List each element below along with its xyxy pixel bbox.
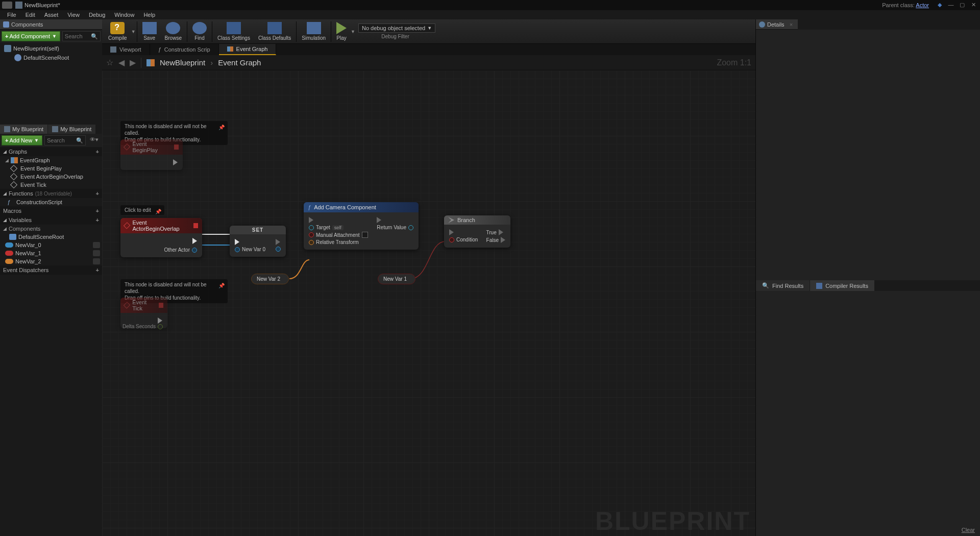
event-delegate-pin[interactable] xyxy=(193,223,198,228)
pin-icon[interactable]: 📌 xyxy=(218,124,225,131)
menu-window[interactable]: Window xyxy=(110,11,138,19)
variable-group-components[interactable]: ◢ Components xyxy=(0,225,102,233)
nav-forward-button[interactable]: ▶ xyxy=(130,58,136,67)
compile-button[interactable]: Compile xyxy=(104,20,131,43)
pin-newvar0-out[interactable] xyxy=(276,247,281,252)
menu-debug[interactable]: Debug xyxy=(85,11,109,19)
source-control-icon[interactable]: ◆ xyxy=(935,2,944,9)
section-graphs[interactable]: ◢ Graphs + xyxy=(0,147,102,156)
breadcrumb-parent[interactable]: NewBlueprint xyxy=(160,58,205,67)
visibility-toggle[interactable] xyxy=(93,242,100,248)
close-button[interactable]: ✕ xyxy=(969,2,978,9)
class-defaults-button[interactable]: Class Defaults xyxy=(254,20,295,43)
view-options-button[interactable]: 👁▾ xyxy=(88,135,101,145)
section-functions[interactable]: ◢ Functions (18 Overridable) + xyxy=(0,189,102,198)
components-tab[interactable]: Components xyxy=(0,19,102,30)
menu-edit[interactable]: Edit xyxy=(21,11,39,19)
graph-item-beginplay[interactable]: Event BeginPlay xyxy=(0,164,102,173)
event-delegate-pin[interactable] xyxy=(159,303,163,308)
exec-out-pin[interactable] xyxy=(192,238,197,244)
tab-construction-script[interactable]: ƒ Construction Scrip xyxy=(150,44,219,55)
node-event-beginplay[interactable]: Event BeginPlay xyxy=(120,139,183,170)
exec-in-pin[interactable] xyxy=(309,217,368,223)
pin-other-actor[interactable]: Other Actor xyxy=(164,247,197,253)
section-variables[interactable]: ◢ Variables + xyxy=(0,215,102,225)
menu-file[interactable]: File xyxy=(3,11,20,19)
graph-canvas[interactable]: This node is disabled and will not be ca… xyxy=(102,70,755,536)
add-macro-button[interactable]: + xyxy=(96,208,99,214)
pin-manual-attachment[interactable]: Manual Attachment xyxy=(309,232,368,238)
node-get-newvar1[interactable]: New Var 1 xyxy=(378,274,415,284)
parent-class-link[interactable]: Actor xyxy=(916,2,929,8)
tab-event-graph[interactable]: Event Graph xyxy=(219,44,277,55)
add-function-button[interactable]: + xyxy=(96,190,99,197)
myblueprint-search[interactable]: 🔍 xyxy=(44,135,86,145)
add-dispatcher-button[interactable]: + xyxy=(96,267,99,273)
variable-item-newvar0[interactable]: NewVar_0 xyxy=(0,241,102,249)
node-add-camera-component[interactable]: ƒ Add Camera Component Target self Ma xyxy=(304,202,419,250)
variable-item-scene-root[interactable]: DefaultSceneRoot xyxy=(0,233,102,241)
nav-back-button[interactable]: ◀ xyxy=(118,58,125,67)
section-macros[interactable]: Macros + xyxy=(0,206,102,215)
menu-asset[interactable]: Asset xyxy=(40,11,63,19)
component-item-self[interactable]: NewBlueprint(self) xyxy=(0,44,102,53)
details-tab[interactable]: Details × xyxy=(756,19,798,30)
browse-button[interactable]: Browse xyxy=(161,20,186,43)
pin-delta-seconds[interactable]: Delta Seconds xyxy=(122,324,163,329)
pin-false[interactable]: False xyxy=(486,237,505,243)
component-item-scene-root[interactable]: DefaultSceneRoot xyxy=(0,53,102,62)
exec-out-pin[interactable] xyxy=(377,217,413,223)
exec-in-pin[interactable] xyxy=(449,229,478,235)
tab-viewport[interactable]: Viewport xyxy=(102,44,150,55)
graph-item-eventgraph[interactable]: ◢ EventGraph xyxy=(0,156,102,164)
myblueprint-tab-2[interactable]: My Blueprint xyxy=(48,125,95,134)
function-item-construction[interactable]: ƒ ConstructionScript xyxy=(0,198,102,206)
play-dropdown[interactable]: ▼ xyxy=(351,29,355,34)
variable-item-newvar2[interactable]: NewVar_2 xyxy=(0,257,102,265)
node-branch[interactable]: Branch Condition True xyxy=(444,215,510,248)
clear-results-button[interactable]: Clear xyxy=(962,527,975,533)
add-graph-button[interactable]: + xyxy=(96,149,99,155)
pin-icon[interactable]: 📌 xyxy=(218,282,225,289)
favorite-button[interactable]: ☆ xyxy=(106,58,113,67)
pin-condition[interactable]: Condition xyxy=(449,237,478,242)
find-button[interactable]: Find xyxy=(188,20,211,43)
myblueprint-tab-1[interactable]: My Blueprint xyxy=(0,125,47,134)
maximize-button[interactable]: ▢ xyxy=(958,2,967,9)
visibility-toggle[interactable] xyxy=(93,258,100,264)
debug-object-selector[interactable]: No debug object selected ▼ xyxy=(358,23,435,33)
minimize-button[interactable]: — xyxy=(946,2,955,9)
exec-out-pin[interactable] xyxy=(158,318,162,324)
pin-newvar0-in[interactable]: New Var 0 xyxy=(235,247,265,252)
tab-find-results[interactable]: 🔍 Find Results xyxy=(756,280,810,291)
pin-relative-transform[interactable]: Relative Transform xyxy=(309,239,368,245)
node-get-newvar2[interactable]: New Var 2 xyxy=(251,274,289,284)
components-search-input[interactable] xyxy=(65,33,91,39)
event-delegate-pin[interactable] xyxy=(174,144,179,150)
menu-help[interactable]: Help xyxy=(139,11,159,19)
menu-view[interactable]: View xyxy=(63,11,84,19)
exec-out-pin[interactable] xyxy=(276,239,281,245)
pin-icon[interactable]: 📌 xyxy=(155,208,161,215)
class-settings-button[interactable]: Class Settings xyxy=(213,20,254,43)
compile-dropdown[interactable]: ▼ xyxy=(131,29,136,34)
myblueprint-search-input[interactable] xyxy=(47,137,76,143)
pin-return-value[interactable]: Return Value xyxy=(377,225,413,230)
node-set-variable[interactable]: SET New Var 0 xyxy=(230,226,286,257)
close-tab-button[interactable]: × xyxy=(790,21,793,28)
components-search[interactable]: 🔍 xyxy=(62,31,101,41)
save-button[interactable]: Save xyxy=(138,20,161,43)
section-dispatchers[interactable]: Event Dispatchers + xyxy=(0,265,102,275)
comment-click-to-edit[interactable]: Click to edit 📌 xyxy=(120,205,164,215)
pin-target[interactable]: Target self xyxy=(309,225,368,230)
add-new-button[interactable]: + Add New ▼ xyxy=(2,135,42,145)
simulation-button[interactable]: Simulation xyxy=(298,20,330,43)
node-event-actorbeginoverlap[interactable]: Event ActorBeginOverlap Other Actor xyxy=(120,218,202,257)
checkbox[interactable] xyxy=(362,232,368,238)
graph-item-tick[interactable]: Event Tick xyxy=(0,181,102,189)
visibility-toggle[interactable] xyxy=(93,250,100,256)
play-button[interactable]: Play xyxy=(332,20,351,43)
add-variable-button[interactable]: + xyxy=(96,217,99,223)
exec-out-pin[interactable] xyxy=(173,159,178,165)
tab-compiler-results[interactable]: Compiler Results xyxy=(810,280,874,291)
